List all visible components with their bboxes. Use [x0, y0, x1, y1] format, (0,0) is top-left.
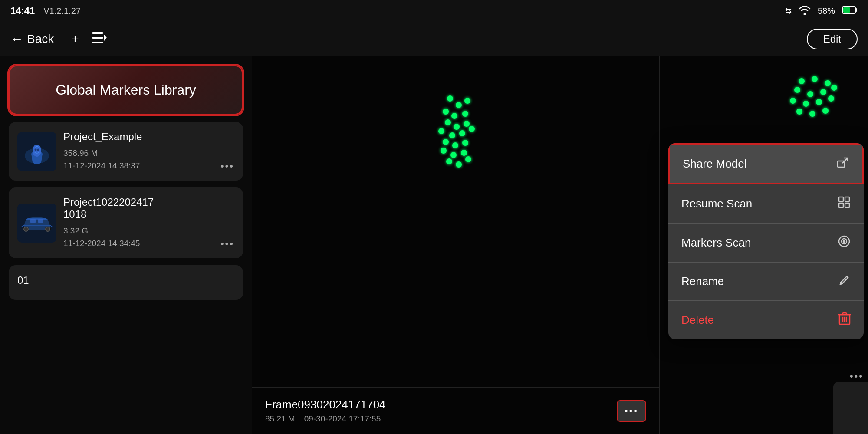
project-info-1: Project_Example 358.96 M 11-12-2024 14:3… — [63, 131, 234, 172]
context-menu-item-markers[interactable]: Markers Scan — [668, 224, 864, 263]
svg-rect-21 — [845, 203, 849, 207]
main-layout: Global Markers Library Project_Example — [0, 56, 868, 434]
svg-rect-15 — [30, 219, 36, 223]
resume-scan-icon — [838, 196, 851, 212]
svg-rect-1 — [855, 8, 857, 12]
context-menu-item-share[interactable]: Share Model — [668, 143, 864, 184]
context-menu-item-resume[interactable]: Resume Scan — [668, 184, 864, 224]
markers-scan-icon — [838, 235, 851, 251]
partial-right-card — [833, 382, 868, 434]
delete-label: Delete — [681, 313, 714, 327]
resume-scan-label: Resume Scan — [681, 197, 752, 210]
context-menu-item-delete[interactable]: Delete — [668, 301, 864, 339]
file-name: Frame09302024171704 — [265, 398, 386, 411]
svg-point-24 — [843, 240, 845, 242]
battery-percent: 58% — [818, 6, 835, 16]
edit-button[interactable]: Edit — [807, 29, 858, 49]
project-thumbnail-2 — [17, 204, 56, 243]
project-info-3: 01 — [17, 274, 234, 291]
project-info-2: Project1022202417 1018 3.32 G 11-12-2024… — [63, 196, 234, 250]
svg-point-9 — [35, 148, 37, 151]
file-menu-button[interactable]: ••• — [617, 400, 646, 422]
share-model-label: Share Model — [683, 157, 746, 171]
file-entry: Frame09302024171704 85.21 M 09-30-2024 1… — [252, 387, 659, 434]
project-card-2[interactable]: Project1022202417 1018 3.32 G 11-12-2024… — [9, 187, 243, 258]
svg-point-13 — [24, 227, 28, 231]
svg-rect-3 — [92, 32, 103, 34]
project-name-2: Project1022202417 1018 — [63, 196, 234, 220]
back-button[interactable]: ← Back — [10, 32, 54, 46]
svg-rect-4 — [92, 37, 103, 39]
project-card-1[interactable]: Project_Example 358.96 M 11-12-2024 14:3… — [9, 122, 243, 181]
svg-rect-19 — [845, 197, 849, 201]
markers-scan-label: Markers Scan — [681, 236, 751, 250]
svg-rect-5 — [92, 42, 103, 43]
dots-visualization — [412, 91, 499, 204]
back-arrow-icon: ← — [10, 32, 23, 46]
project-name-1: Project_Example — [63, 131, 234, 143]
rename-icon — [838, 274, 851, 289]
context-menu-item-rename[interactable]: Rename — [668, 263, 864, 301]
project-menu-btn-2[interactable]: ••• — [220, 238, 234, 250]
svg-rect-16 — [38, 219, 43, 223]
right-panel: Share Model Resume Scan — [660, 56, 868, 434]
status-bar: 14:41 V1.2.1.27 ⇆ 58% — [0, 0, 868, 22]
project-name-3: 01 — [17, 274, 234, 286]
global-markers-button[interactable]: Global Markers Library — [9, 65, 243, 115]
status-time: 14:41 — [10, 5, 35, 16]
add-button[interactable]: + — [71, 32, 79, 46]
top-nav: ← Back + Edit — [0, 22, 868, 56]
share-icon — [836, 156, 849, 172]
battery-icon — [842, 6, 858, 16]
status-version: V1.2.1.27 — [43, 6, 81, 16]
back-label: Back — [27, 32, 54, 46]
svg-point-14 — [46, 227, 50, 231]
project-card-3[interactable]: 01 — [9, 265, 243, 300]
partial-menu-dots: ••• — [850, 371, 864, 382]
file-meta: 85.21 M 09-30-2024 17:17:55 — [265, 414, 386, 424]
svg-rect-18 — [839, 197, 843, 201]
left-sidebar: Global Markers Library Project_Example — [0, 56, 252, 434]
usb-icon: ⇆ — [785, 6, 792, 16]
middle-content: Frame09302024171704 85.21 M 09-30-2024 1… — [252, 56, 660, 434]
status-right: ⇆ 58% — [785, 5, 858, 17]
svg-marker-6 — [104, 35, 107, 41]
nav-actions: + — [71, 32, 107, 46]
project-meta-1: 358.96 M 11-12-2024 14:38:37 — [63, 147, 234, 172]
delete-icon — [838, 312, 851, 328]
menu-button[interactable] — [92, 32, 107, 46]
rename-label: Rename — [681, 275, 724, 288]
file-info: Frame09302024171704 85.21 M 09-30-2024 1… — [265, 398, 386, 424]
wifi-icon — [799, 5, 811, 17]
context-menu: Share Model Resume Scan — [668, 143, 864, 339]
svg-point-10 — [37, 148, 39, 151]
svg-rect-2 — [843, 7, 850, 13]
svg-rect-20 — [839, 203, 843, 207]
project-thumbnail-1 — [17, 132, 56, 171]
project-menu-btn-1[interactable]: ••• — [220, 161, 234, 172]
project-meta-2: 3.32 G 11-12-2024 14:34:45 — [63, 225, 234, 250]
